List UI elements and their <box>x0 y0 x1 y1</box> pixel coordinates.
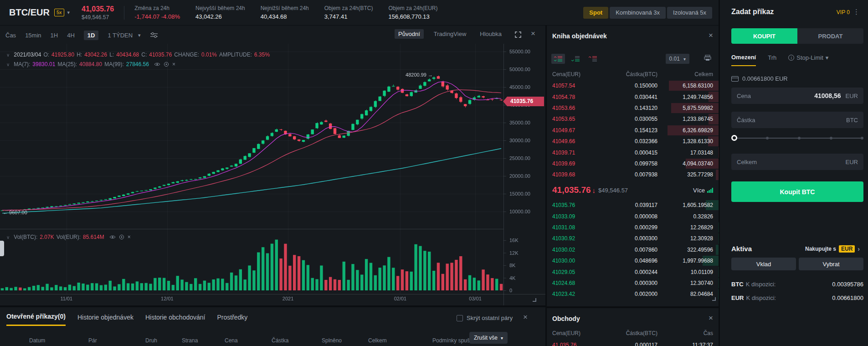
order-price: 41029.05 <box>552 269 606 275</box>
pair-selector[interactable]: BTC/EUR 5x ▾ <box>9 7 70 18</box>
amount-slider[interactable] <box>731 134 863 142</box>
withdraw-button[interactable]: Vybrat <box>799 258 863 270</box>
stat-label: Změna za 24h <box>134 5 180 11</box>
trade-row[interactable]: 41,035.760.00011711:37:37 <box>547 340 719 346</box>
buy-currency-badge: EUR <box>839 245 855 253</box>
order-book-row[interactable]: 41039.690.0997584,094.03740 <box>547 158 719 169</box>
order-total: 17.03148 <box>657 150 713 156</box>
trade-time: 11:37:37 <box>657 342 713 346</box>
buy-btc-button[interactable]: Koupit BTC <box>731 181 863 202</box>
timeframe-1-týden[interactable]: 1 TÝDEN <box>108 32 133 39</box>
orders-tab-historie-objedn-vek[interactable]: Historie objednávek <box>77 314 134 325</box>
deposit-button[interactable]: Vklad <box>731 258 796 270</box>
resize-corner[interactable] <box>712 297 716 301</box>
mode-tab-kombinovaná-3x[interactable]: Kombinovaná 3x <box>610 7 666 19</box>
order-book-row[interactable]: 41030.020.007860322.49596 <box>547 244 719 255</box>
book-bids-icon[interactable] <box>569 54 582 64</box>
price-input[interactable]: Cena 41008,56 EUR <box>731 88 863 104</box>
order-book-row[interactable]: 41023.420.00200082.04684 <box>547 289 719 300</box>
mid-price[interactable]: 41,035.76 <box>552 185 591 195</box>
order-book-mid: 41,035.76 ↓ $49,546.57 Více <box>547 181 719 199</box>
order-book-row[interactable]: 41031.080.00029912.26829 <box>547 222 719 233</box>
more-depth-link[interactable]: Více <box>693 187 713 194</box>
close-icon[interactable]: × <box>709 314 713 323</box>
amount-input[interactable]: Částka BTC <box>731 112 863 128</box>
kebab-menu-icon[interactable]: ⋮ <box>853 8 860 16</box>
collapse-chevron-icon[interactable]: ∨ <box>6 52 10 57</box>
eye-icon[interactable] <box>154 62 160 67</box>
view-tab-hloubka[interactable]: Hloubka <box>476 29 505 39</box>
hide-pairs-checkbox[interactable] <box>457 315 463 321</box>
buy-crypto-link[interactable]: Nakupujte s EUR › <box>805 245 860 253</box>
order-total: 1,997.99688 <box>657 258 713 264</box>
order-book-row[interactable]: 41054.780.0304411,249.74856 <box>547 91 719 102</box>
resize-corner[interactable] <box>533 298 536 302</box>
order-total: 325.77298 <box>657 171 713 178</box>
sell-tab[interactable]: PRODAT <box>797 28 863 44</box>
order-book-row[interactable]: 41024.680.00030012.30740 <box>547 278 719 289</box>
mode-tab-izolovaná-5x[interactable]: Izolovaná 5x <box>667 7 712 19</box>
order-book-row[interactable]: 41049.670.1541236,326.69829 <box>547 125 719 136</box>
order-total: 1,605.19582 <box>657 202 713 208</box>
remove-indicator-icon[interactable]: × <box>172 61 175 67</box>
cancel-all-button[interactable]: Zrušit vše▾ <box>469 332 508 344</box>
close-icon[interactable]: × <box>709 31 713 40</box>
timeframe-dropdown-caret[interactable]: ▾ <box>138 32 141 38</box>
orders-tab-historie-obchodov-n-[interactable]: Historie obchodování <box>145 314 205 325</box>
order-book-row[interactable]: 41039.680.007938325.77298 <box>547 169 719 180</box>
order-total: 0.32826 <box>657 213 713 220</box>
view-tab-tradingview[interactable]: TradingView <box>430 29 470 39</box>
leverage-badge: 5x <box>54 9 64 16</box>
book-both-icon[interactable] <box>551 54 565 64</box>
eye-icon[interactable] <box>109 235 116 239</box>
order-type-stop-limit[interactable]: iStop-Limit▾ <box>788 54 828 66</box>
order-book-row[interactable]: 41030.920.00030012.30928 <box>547 233 719 244</box>
print-orderbook-icon[interactable] <box>704 55 711 61</box>
order-total: 1,328.61330 <box>657 138 713 145</box>
order-book-row[interactable]: 41057.540.1500006,158.63100 <box>547 80 719 91</box>
order-book-row[interactable]: 41053.660.1431205,875.59982 <box>547 103 719 114</box>
orders-tab-otev-en-p-kazy-0-[interactable]: Otevřené příkazy(0) <box>6 313 66 326</box>
order-amount: 0.000300 <box>606 235 657 242</box>
pair-title: BTC/EUR <box>9 7 50 18</box>
indicator-sliders-icon[interactable] <box>150 31 158 39</box>
timeframe-čas[interactable]: Čas <box>5 32 16 39</box>
orders-tab-prost-edky[interactable]: Prostředky <box>217 314 247 325</box>
order-price: 41031.08 <box>552 224 606 231</box>
collapse-chevron-icon[interactable]: ∨ <box>6 62 10 67</box>
candlestick-chart[interactable] <box>0 44 545 305</box>
timeframe-15min[interactable]: 15min <box>25 32 41 39</box>
order-price: 41049.66 <box>552 138 606 145</box>
mode-tab-spot[interactable]: Spot <box>583 7 608 19</box>
chevron-down-icon: ▾ <box>826 54 829 61</box>
remove-indicator-icon[interactable]: × <box>128 234 131 240</box>
slider-handle[interactable] <box>731 135 737 141</box>
order-book-row[interactable]: 41049.660.0323661,328.61330 <box>547 136 719 147</box>
timeframe-1h[interactable]: 1H <box>51 32 58 39</box>
fullscreen-icon[interactable] <box>514 31 522 38</box>
indicator-settings-icon[interactable] <box>119 234 124 240</box>
trade-amount: 0.000117 <box>606 342 657 346</box>
drawing-tools-handle[interactable] <box>0 241 4 256</box>
order-book-row[interactable]: 41035.760.0391171,605.19582 <box>547 200 719 211</box>
view-tab-původní[interactable]: Původní <box>395 29 424 39</box>
buy-tab[interactable]: KOUPIT <box>731 28 797 44</box>
book-asks-icon[interactable] <box>586 54 600 64</box>
timeframe-1d[interactable]: 1D <box>84 31 99 40</box>
order-type-trh[interactable]: Trh <box>768 54 776 66</box>
timeframe-4h[interactable]: 4H <box>67 32 75 39</box>
chart-close-icon[interactable]: × <box>531 29 535 38</box>
order-book-row[interactable]: 41030.000.0486961,997.99688 <box>547 255 719 266</box>
order-amount: 0.000008 <box>606 213 657 220</box>
order-type-omezen-[interactable]: Omezení <box>731 54 756 66</box>
order-book-row[interactable]: 41033.090.0000080.32826 <box>547 211 719 222</box>
tick-size-dropdown[interactable]: 0.01 ▾ <box>666 54 689 64</box>
order-book-row[interactable]: 41053.650.0300551,233.86745 <box>547 114 719 124</box>
order-amount: 0.154123 <box>606 127 657 134</box>
order-book-row[interactable]: 41029.050.00024410.01109 <box>547 266 719 277</box>
close-icon[interactable]: × <box>523 313 528 322</box>
collapse-chevron-icon[interactable]: ∨ <box>6 235 10 240</box>
indicator-settings-icon[interactable] <box>164 62 169 67</box>
total-input[interactable]: Celkem EUR <box>731 154 863 170</box>
order-book-row[interactable]: 41039.710.00041517.03148 <box>547 147 719 158</box>
